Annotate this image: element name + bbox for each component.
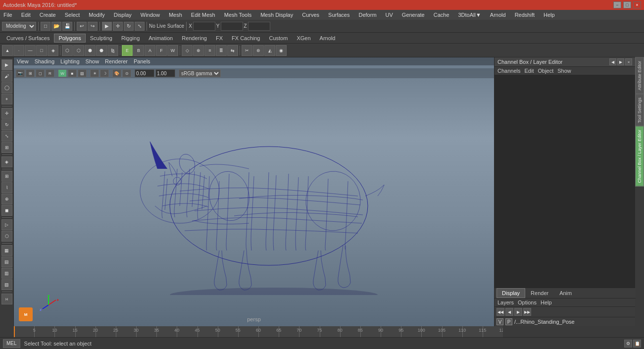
connect-btn[interactable]: ⊕ [193, 45, 204, 56]
scale-tool-btn[interactable]: ⤡ [135, 22, 145, 31]
menu-display[interactable]: Display [112, 11, 133, 18]
edge-btn[interactable]: — [25, 45, 36, 56]
vp-color-btn[interactable]: 🎨 [112, 69, 121, 77]
tab-fx[interactable]: FX [211, 34, 227, 43]
status-script-btn[interactable]: 📋 [633, 340, 641, 348]
menu-redshift[interactable]: Redshift [513, 11, 536, 18]
show-manip-btn[interactable]: ◈ [1, 156, 12, 167]
maximize-button[interactable]: □ [623, 1, 631, 8]
tab-anim[interactable]: Anim [554, 288, 577, 298]
tab-arnold[interactable]: Arnold [315, 34, 340, 43]
layer1-btn[interactable]: ▦ [1, 245, 12, 256]
snap-point-btn[interactable]: ⊕ [1, 194, 12, 204]
boolean-btn[interactable]: ⬣ [96, 45, 107, 56]
vp-light2-btn[interactable]: ☽ [100, 69, 109, 77]
vp-grid-btn[interactable]: ⊞ [26, 69, 35, 77]
append-btn[interactable]: A [145, 45, 155, 56]
tab-sculpting[interactable]: Sculpting [86, 34, 117, 43]
select-mode-btn[interactable]: ▶ [1, 59, 12, 70]
layer-next-btn[interactable]: ▶▶ [523, 308, 531, 316]
viewport[interactable]: View Shading Lighting Show Renderer Pane… [14, 57, 494, 326]
right-tab-channel-box[interactable]: Channel Box / Layer Editor [635, 126, 644, 187]
layer-visibility-toggle[interactable]: V [496, 318, 503, 325]
menu-3dtall[interactable]: 3DtoAll▼ [457, 11, 483, 18]
save-file-btn[interactable]: 💾 [62, 22, 72, 31]
layer4-btn[interactable]: ▧ [1, 279, 12, 290]
ly-menu-options[interactable]: Options [518, 299, 537, 305]
tab-render[interactable]: Render [525, 288, 554, 298]
vp-shading2-btn[interactable]: ▨ [78, 69, 87, 77]
select-component-btn[interactable]: ▲ [2, 45, 13, 56]
tab-rigging[interactable]: Rigging [117, 34, 144, 43]
rotate-tool-btn[interactable]: ↻ [124, 22, 134, 31]
vp-exposure-input[interactable] [135, 69, 154, 77]
right-tab-attribute-editor[interactable]: Attribute Editor [635, 57, 644, 94]
vp-wire-btn[interactable]: W [58, 69, 67, 77]
vp-menu-renderer[interactable]: Renderer [105, 58, 128, 64]
menu-modify[interactable]: Modify [87, 11, 106, 18]
layer3-btn[interactable]: ▥ [1, 268, 12, 279]
mel-python-toggle[interactable]: MEL [3, 339, 20, 348]
circularize-btn[interactable]: ◉ [276, 45, 287, 56]
ch-menu-show[interactable]: Show [557, 68, 571, 74]
select-tool-btn[interactable]: ▶ [102, 22, 112, 31]
tab-fx-caching[interactable]: FX Caching [227, 34, 264, 43]
face-btn[interactable]: □ [36, 45, 47, 56]
offset-loop-btn[interactable]: ≣ [216, 45, 227, 56]
menu-help[interactable]: Help [542, 11, 556, 18]
vp-film-btn[interactable]: ◻ [36, 69, 45, 77]
paint-btn[interactable]: 🖌 [1, 71, 12, 82]
wedge2-btn[interactable]: ◭ [264, 45, 275, 56]
layer-remove-btn[interactable]: ◀ [505, 308, 513, 316]
lasso-btn[interactable]: ⌖ [1, 94, 12, 104]
timeline-ruler[interactable]: 0510152025303540455055606570758085909510… [14, 326, 503, 337]
ipr-btn[interactable]: ⬡ [1, 231, 12, 242]
vp-menu-panels[interactable]: Panels [134, 58, 150, 64]
minimize-button[interactable]: − [613, 1, 621, 8]
menu-select[interactable]: Select [63, 11, 82, 18]
tab-rendering[interactable]: Rendering [177, 34, 211, 43]
layer-playback-toggle[interactable]: P [505, 318, 512, 325]
new-file-btn[interactable]: □ [41, 22, 50, 31]
layer-prev-btn[interactable]: ▶ [514, 308, 522, 316]
poke-btn[interactable]: ⊛ [253, 45, 264, 56]
menu-edit-mesh[interactable]: Edit Mesh [190, 11, 217, 18]
tab-xgen[interactable]: XGen [292, 34, 315, 43]
wedge-btn[interactable]: W [167, 45, 178, 56]
vp-color-profile-dropdown[interactable]: sRGB gamma [179, 69, 221, 77]
layer-add-btn[interactable]: ◀◀ [496, 308, 504, 316]
z-input[interactable] [248, 22, 270, 31]
y-input[interactable] [221, 22, 243, 31]
workspace-dropdown[interactable]: Modeling [2, 22, 36, 31]
tab-polygons[interactable]: Polygons [54, 34, 85, 43]
extrude-btn[interactable]: E [122, 45, 133, 56]
vp-res-btn[interactable]: R [46, 69, 54, 77]
status-settings-btn[interactable]: ⚙ [624, 340, 632, 348]
vp-gamma-input[interactable] [155, 69, 175, 77]
separate-btn[interactable]: ⬡ [73, 45, 84, 56]
bevel-btn[interactable]: ◇ [182, 45, 193, 56]
menu-window[interactable]: Window [139, 11, 161, 18]
fill-hole-btn[interactable]: F [156, 45, 167, 56]
vp-menu-view[interactable]: View [17, 58, 29, 64]
right-tab-tool-settings[interactable]: Tool Settings [635, 94, 644, 127]
rotate-btn[interactable]: ↻ [1, 119, 12, 130]
move-tool-btn[interactable]: ✛ [113, 22, 123, 31]
menu-arnold[interactable]: Arnold [489, 11, 507, 18]
tab-animation[interactable]: Animation [144, 34, 177, 43]
soft-select-btn[interactable]: ◯ [1, 82, 12, 93]
snap-curve-btn[interactable]: ⌇ [1, 182, 12, 193]
tab-display[interactable]: Display [496, 288, 525, 298]
slide-edge-btn[interactable]: ⇆ [227, 45, 238, 56]
vp-menu-shading[interactable]: Shading [35, 58, 54, 64]
menu-uv[interactable]: UV [384, 11, 395, 18]
vp-camera-btn[interactable]: 📷 [16, 69, 25, 77]
vertex-btn[interactable]: · [13, 45, 24, 56]
open-file-btn[interactable]: 📂 [51, 22, 61, 31]
menu-curves[interactable]: Curves [300, 11, 321, 18]
x-input[interactable] [193, 22, 215, 31]
ly-menu-layers[interactable]: Layers [497, 299, 514, 305]
menu-mesh-display[interactable]: Mesh Display [259, 11, 295, 18]
ch-menu-object[interactable]: Object [538, 68, 553, 74]
vp-menu-lighting[interactable]: Lighting [60, 58, 80, 64]
